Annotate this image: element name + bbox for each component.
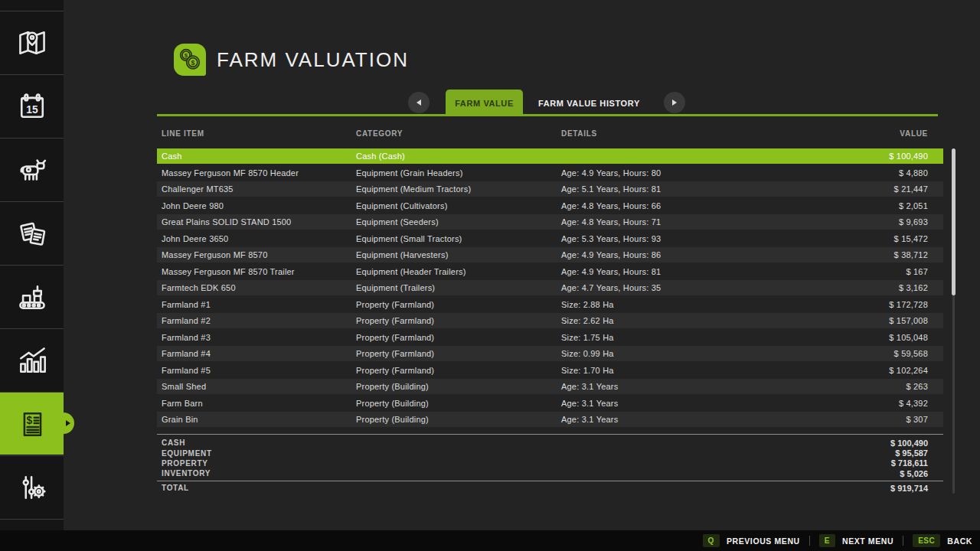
sidebar-selected-notch	[53, 412, 74, 434]
value-cell: $ 4,392	[821, 399, 943, 408]
sidebar-item-production[interactable]	[0, 265, 64, 328]
details-cell: Age: 4.9 Years, Hours: 86	[561, 250, 821, 259]
table-row[interactable]: Farm BarnProperty (Building)Age: 3.1 Yea…	[157, 396, 943, 411]
sidebar-item-statistics[interactable]	[0, 328, 64, 391]
value-cell: $ 167	[821, 267, 943, 276]
table-row[interactable]: Grain BinProperty (Building)Age: 3.1 Yea…	[157, 412, 943, 427]
value-cell: $ 307	[821, 415, 943, 424]
sidebar: 15	[0, 0, 64, 530]
cow-icon	[15, 153, 49, 187]
details-cell: Age: 4.9 Years, Hours: 81	[561, 267, 821, 276]
details-cell: Age: 4.8 Years, Hours: 66	[561, 201, 821, 210]
tab-prev-button[interactable]	[408, 92, 430, 113]
column-header-line-item: LINE ITEM	[157, 129, 356, 138]
scrollbar-thumb[interactable]	[952, 148, 956, 295]
table-row[interactable]: Massey Ferguson MF 8570 TrailerEquipment…	[157, 264, 943, 279]
category-cell: Equipment (Small Tractors)	[356, 234, 561, 243]
shortcut-label: PREVIOUS MENU	[727, 536, 800, 546]
details-cell: Age: 3.1 Years	[561, 382, 821, 391]
table-row[interactable]: Massey Ferguson MF 8570Equipment (Harves…	[157, 247, 943, 262]
table-row[interactable]: CashCash (Cash)$ 100,490	[157, 148, 943, 164]
shortcut-previous-menu[interactable]: Q PREVIOUS MENU	[703, 534, 800, 547]
table-row[interactable]: Farmland #3Property (Farmland)Size: 1.75…	[157, 330, 943, 345]
line-item-cell: Great Plains SOLID STAND 1500	[157, 217, 356, 227]
table-row[interactable]: Farmland #2Property (Farmland)Size: 2.62…	[157, 313, 943, 328]
table-rows: CashCash (Cash)$ 100,490Massey Ferguson …	[157, 148, 943, 429]
details-cell: Size: 2.62 Ha	[561, 316, 821, 325]
shortcut-back[interactable]: ESC BACK	[913, 534, 972, 547]
sidebar-item-contracts[interactable]	[0, 201, 64, 264]
svg-text:$: $	[191, 59, 194, 67]
line-item-cell: Small Shed	[157, 382, 356, 391]
column-header-category: CATEGORY	[356, 129, 561, 138]
summary-value: $ 95,587	[463, 448, 943, 458]
value-cell: $ 21,447	[821, 184, 943, 194]
value-cell: $ 38,712	[821, 250, 943, 259]
category-cell: Cash (Cash)	[356, 152, 561, 161]
value-cell: $ 102,264	[821, 366, 943, 375]
details-cell: Size: 1.70 Ha	[561, 366, 821, 375]
table-row[interactable]: John Deere 980Equipment (Cultivators)Age…	[157, 198, 943, 214]
category-cell: Equipment (Trailers)	[356, 283, 561, 292]
table-row[interactable]: Farmland #5Property (Farmland)Size: 1.70…	[157, 363, 943, 378]
sidebar-item-map[interactable]	[0, 11, 64, 73]
sidebar-item-calendar[interactable]: 15	[0, 74, 64, 137]
key-esc-badge: ESC	[913, 534, 940, 547]
category-cell: Equipment (Header Trailers)	[356, 267, 561, 276]
key-e-badge: E	[819, 534, 835, 547]
line-item-cell: Farmland #1	[157, 300, 356, 309]
total-value: $ 919,714	[463, 484, 943, 493]
table-row[interactable]: Massey Ferguson MF 8570 HeaderEquipment …	[157, 165, 943, 181]
finances-icon: $	[15, 407, 49, 441]
table-row[interactable]: John Deere 3650Equipment (Small Tractors…	[157, 231, 943, 246]
tab-farm-value[interactable]: FARM VALUE	[446, 90, 523, 116]
key-q-badge: Q	[703, 534, 720, 547]
summary-label: CASH	[157, 439, 463, 447]
tab-farm-value-history[interactable]: FARM VALUE HISTORY	[532, 90, 646, 116]
table-row[interactable]: Challenger MT635Equipment (Medium Tracto…	[157, 181, 943, 197]
table-row[interactable]: Farmtech EDK 650Equipment (Trailers)Age:…	[157, 280, 943, 295]
details-cell: Age: 4.8 Years, Hours: 71	[561, 217, 821, 227]
details-cell: Age: 5.3 Years, Hours: 93	[561, 234, 821, 243]
value-cell: $ 263	[821, 382, 943, 391]
settings-icon	[15, 471, 49, 504]
line-item-cell: Challenger MT635	[157, 184, 356, 194]
tab-next-button[interactable]	[664, 92, 685, 113]
summary-line-equipment: EQUIPMENT $ 95,587	[157, 448, 943, 458]
value-cell: $ 9,693	[821, 217, 943, 227]
value-cell: $ 59,568	[821, 349, 943, 358]
category-cell: Equipment (Medium Tractors)	[356, 184, 561, 194]
value-cell: $ 100,490	[821, 152, 943, 161]
line-item-cell: Massey Ferguson MF 8570 Header	[157, 168, 356, 178]
details-cell: Age: 3.1 Years	[561, 399, 821, 408]
footer-bar: Q PREVIOUS MENU E NEXT MENU ESC BACK	[0, 530, 980, 551]
table-row[interactable]: Farmland #4Property (Farmland)Size: 0.99…	[157, 346, 943, 361]
footer-divider	[903, 536, 903, 546]
details-cell: Age: 3.1 Years	[561, 415, 821, 424]
category-cell: Equipment (Grain Headers)	[356, 168, 561, 178]
documents-icon	[15, 217, 49, 250]
column-header-details: DETAILS	[561, 129, 821, 138]
summary-line-cash: CASH $ 100,490	[157, 438, 943, 448]
line-item-cell: Farmtech EDK 650	[157, 283, 356, 292]
sidebar-item-partial	[0, 519, 64, 530]
category-cell: Equipment (Cultivators)	[356, 201, 561, 210]
sidebar-item-animals[interactable]	[0, 138, 64, 201]
shortcut-label: BACK	[947, 536, 972, 546]
category-cell: Property (Farmland)	[356, 349, 561, 358]
table-row[interactable]: Small ShedProperty (Building)Age: 3.1 Ye…	[157, 379, 943, 394]
sidebar-item-settings[interactable]	[0, 455, 64, 518]
details-cell: Age: 4.7 Years, Hours: 35	[561, 283, 821, 292]
shortcut-next-menu[interactable]: E NEXT MENU	[819, 534, 893, 547]
value-cell: $ 157,008	[821, 316, 943, 325]
table-row[interactable]: Great Plains SOLID STAND 1500Equipment (…	[157, 214, 943, 230]
line-item-cell: John Deere 3650	[157, 234, 356, 243]
value-cell: $ 3,162	[821, 283, 943, 292]
table-row[interactable]: Farmland #1Property (Farmland)Size: 2.88…	[157, 297, 943, 312]
svg-text:$: $	[26, 415, 32, 426]
summary-label: INVENTORY	[157, 469, 463, 478]
column-header-value: VALUE	[821, 129, 943, 138]
category-cell: Property (Building)	[356, 399, 561, 408]
statistics-icon	[15, 344, 49, 377]
details-cell: Age: 5.1 Years, Hours: 81	[561, 184, 821, 194]
